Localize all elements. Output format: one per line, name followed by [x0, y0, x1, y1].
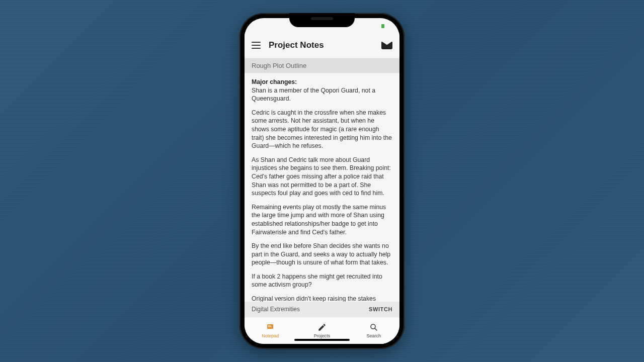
phone-screen: Project Notes Rough Plot Outline Major c…	[245, 18, 399, 344]
svg-point-3	[371, 324, 375, 329]
tab-label: Projects	[314, 333, 331, 338]
svg-rect-2	[268, 327, 272, 327]
note-paragraph: Major changes: Shan is a member of the Q…	[252, 78, 392, 103]
pencil-icon	[317, 323, 327, 332]
note-paragraph: As Shan and Cedric talk more about Guard…	[252, 156, 392, 198]
search-icon	[369, 323, 378, 332]
major-changes-label: Major changes:	[252, 78, 297, 85]
note-paragraph: Original version didn't keep raising the…	[252, 295, 392, 302]
app-header: Project Notes	[245, 32, 399, 58]
menu-icon[interactable]	[252, 42, 261, 49]
note-paragraph: By the end like before Shan decides she …	[252, 242, 392, 267]
note-paragraph: If a book 2 happens she might get recrui…	[252, 273, 392, 289]
svg-rect-1	[268, 325, 271, 326]
mail-icon[interactable]	[381, 41, 392, 49]
switch-button[interactable]: SWITCH	[369, 306, 392, 312]
notepad-icon	[266, 323, 275, 332]
tab-search[interactable]: Search	[348, 317, 399, 344]
home-indicator[interactable]	[294, 339, 350, 341]
phone-frame: Project Notes Rough Plot Outline Major c…	[239, 13, 405, 349]
svg-line-4	[375, 328, 377, 330]
device-notch	[289, 13, 355, 27]
note-line: Shan is a member of the Qopori Guard, no…	[252, 87, 375, 103]
section-banner: Rough Plot Outline	[245, 58, 399, 73]
tab-label: Search	[366, 333, 381, 338]
note-paragraph: Cedric is caught in the crossfire when s…	[252, 109, 392, 150]
note-body[interactable]: Major changes: Shan is a member of the Q…	[245, 73, 399, 302]
page-title: Project Notes	[269, 40, 373, 50]
tab-notepad[interactable]: Notepad	[245, 317, 296, 344]
note-paragraph: Remaining events play ot mostly the same…	[252, 203, 392, 236]
status-indicator-dot	[381, 24, 384, 28]
tab-label: Notepad	[262, 333, 279, 338]
project-bar: Digital Extremities SWITCH	[245, 302, 399, 317]
project-name: Digital Extremities	[252, 306, 300, 313]
